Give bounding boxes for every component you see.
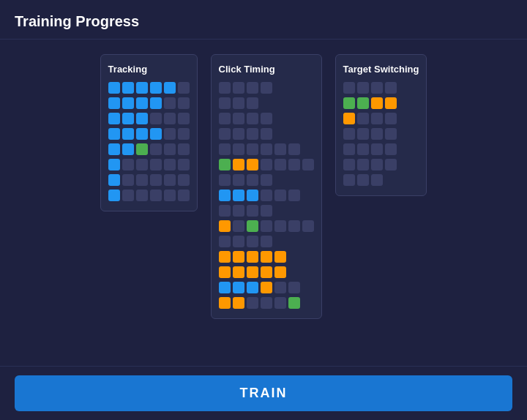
grid-row (343, 143, 419, 155)
grid-row (343, 159, 419, 170)
cell (136, 97, 148, 109)
grid-row (219, 236, 314, 247)
cell (150, 97, 162, 109)
cell (288, 220, 300, 232)
grid-row (219, 297, 314, 309)
grid-row (219, 174, 314, 186)
cell (233, 190, 244, 201)
grid-row (219, 282, 314, 293)
cell (288, 143, 300, 155)
cell (122, 128, 134, 140)
grid-row (219, 251, 314, 263)
cell (385, 159, 397, 170)
target-switching-panel: Target Switching (335, 54, 427, 196)
cell (357, 82, 369, 94)
cell (219, 174, 231, 186)
cell (136, 128, 148, 140)
cell (357, 97, 369, 109)
cell (343, 82, 355, 94)
grid-row (343, 174, 419, 186)
cell (150, 174, 162, 186)
cell (233, 236, 244, 247)
cell (233, 174, 244, 186)
cell (233, 82, 244, 94)
cell (164, 159, 176, 170)
cell (122, 82, 134, 94)
cell (219, 220, 231, 232)
grid-row (219, 205, 314, 217)
cell (219, 97, 231, 109)
cell (233, 297, 244, 309)
cell (261, 205, 272, 217)
cell (219, 82, 231, 94)
cell (219, 297, 231, 309)
cell (261, 159, 272, 170)
cell (108, 128, 120, 140)
grid-row (219, 113, 314, 124)
cell (385, 97, 397, 109)
tracking-panel-title: Tracking (108, 64, 190, 75)
cell (219, 159, 231, 170)
cell (219, 251, 231, 263)
cell (371, 82, 383, 94)
cell (261, 128, 272, 140)
cell (178, 113, 190, 124)
cell (233, 113, 244, 124)
cell (122, 113, 134, 124)
cell (371, 113, 383, 124)
footer: TRAIN (0, 366, 527, 420)
main-content: Tracking (0, 40, 527, 366)
cell (247, 220, 258, 232)
grid-row (108, 113, 190, 124)
cell (288, 190, 300, 201)
cell (164, 113, 176, 124)
cell (233, 159, 244, 170)
cell (219, 236, 231, 247)
cell (247, 143, 258, 155)
click-timing-panel-title: Click Timing (219, 64, 314, 75)
cell (261, 143, 272, 155)
cell (288, 159, 300, 170)
cell (136, 174, 148, 186)
grid-row (219, 82, 314, 94)
cell (122, 159, 134, 170)
cell (261, 251, 272, 263)
cell (150, 82, 162, 94)
cell (136, 113, 148, 124)
grid-row (343, 82, 419, 94)
click-timing-panel: Click Timing (211, 54, 322, 319)
cell (108, 82, 120, 94)
cell (219, 143, 231, 155)
cell (233, 220, 244, 232)
cell (219, 190, 231, 201)
cell (233, 143, 244, 155)
cell (219, 128, 231, 140)
cell (108, 97, 120, 109)
cell (150, 190, 162, 201)
grid-row (219, 159, 314, 170)
cell (357, 143, 369, 155)
cell (233, 205, 244, 217)
cell (164, 128, 176, 140)
cell (178, 190, 190, 201)
cell (233, 266, 244, 278)
grid-row (219, 97, 314, 109)
grid-row (219, 128, 314, 140)
cell (302, 159, 314, 170)
cell (247, 205, 258, 217)
cell (247, 97, 258, 109)
grid-row (108, 190, 190, 201)
cell (247, 251, 258, 263)
cell (136, 143, 148, 155)
cell (247, 174, 258, 186)
cell (261, 82, 272, 94)
train-button[interactable]: TRAIN (15, 375, 512, 411)
cell (274, 143, 286, 155)
grid-row (108, 143, 190, 155)
cell (164, 143, 176, 155)
cell (219, 266, 231, 278)
cell (108, 174, 120, 186)
cell (233, 128, 244, 140)
cell (343, 113, 355, 124)
cell (385, 143, 397, 155)
